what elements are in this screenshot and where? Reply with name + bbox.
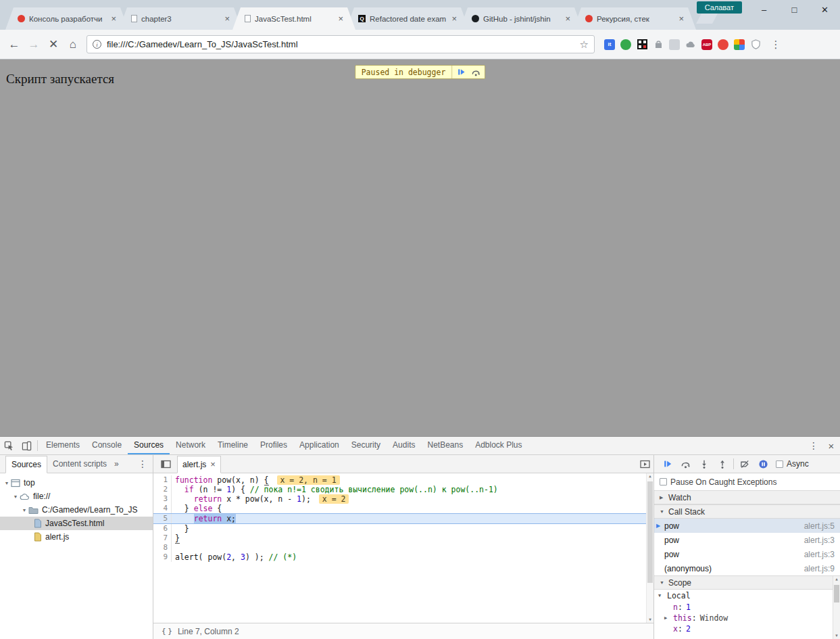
devtools-menu-icon[interactable]: ⋮ (805, 437, 822, 454)
scope-variable-this[interactable]: ▶ this:Window (654, 613, 840, 623)
line-number[interactable]: 9 (153, 552, 172, 562)
step-over-button[interactable] (676, 455, 695, 473)
home-button[interactable]: ⌂ (64, 38, 82, 51)
navigator-menu-icon[interactable]: ⋮ (138, 458, 147, 469)
browser-menu-icon[interactable]: ⋮ (769, 39, 783, 51)
url-text[interactable]: file:///C:/Gamedev/Learn_To_JS/JavaScTes… (107, 39, 576, 49)
tree-item-file-protocol[interactable]: ▼ file:// (0, 490, 153, 503)
browser-tab[interactable]: chapter3 × (119, 7, 242, 30)
colorful-extension-icon[interactable] (734, 39, 745, 50)
forward-button[interactable]: → (25, 38, 43, 51)
browser-tab[interactable]: Рекурсия, стек × (573, 7, 696, 30)
checkbox-icon[interactable] (660, 478, 667, 486)
adblock-plus-icon[interactable]: ABP (701, 39, 712, 50)
tab-elements[interactable]: Elements (40, 437, 86, 454)
line-number[interactable]: 8 (153, 543, 172, 552)
tab-close-icon[interactable]: × (111, 14, 116, 23)
code-editor[interactable]: 1 function pow(x, n) {x = 2, n = 1 2 if … (153, 473, 653, 623)
tab-console[interactable]: Console (86, 437, 128, 454)
pretty-print-icon[interactable]: { } (162, 627, 171, 636)
pause-on-exceptions-button[interactable] (754, 455, 772, 473)
green-extension-icon[interactable] (620, 39, 631, 50)
deactivate-breakpoints-button[interactable] (736, 455, 754, 473)
scrollbar-thumb[interactable] (834, 585, 839, 602)
line-number[interactable]: 6 (153, 524, 172, 534)
stop-button[interactable]: ✕ (45, 37, 62, 51)
device-toolbar-icon[interactable] (18, 437, 35, 454)
tree-item-js-file[interactable]: alert.js (0, 530, 153, 544)
editor-file-tab[interactable]: alert.js × (177, 456, 221, 473)
it-extension-icon[interactable]: it (604, 39, 615, 50)
pause-on-caught-checkbox[interactable]: Pause On Caught Exceptions (654, 473, 840, 490)
tab-security[interactable]: Security (345, 437, 387, 454)
step-over-button[interactable] (468, 66, 483, 78)
new-tab-button[interactable] (696, 14, 718, 24)
address-bar[interactable]: i file:///C:/Gamedev/Learn_To_JS/JavaScT… (87, 35, 595, 53)
line-number[interactable]: 5 (153, 514, 172, 523)
frame-location[interactable]: alert.js:3 (804, 550, 835, 559)
page-info-icon[interactable]: i (93, 40, 101, 49)
bag-extension-icon[interactable] (653, 39, 664, 50)
tab-close-icon[interactable]: × (451, 14, 457, 23)
scope-local-group[interactable]: ▼ Local (654, 590, 840, 602)
close-window-button[interactable]: ✕ (810, 0, 840, 19)
frame-location[interactable]: alert.js:9 (804, 564, 835, 573)
tab-close-icon[interactable]: × (678, 14, 684, 23)
call-stack-frame[interactable]: pow alert.js:3 (654, 533, 840, 547)
inspect-element-icon[interactable] (0, 437, 18, 454)
step-out-button[interactable] (713, 455, 731, 473)
line-number[interactable]: 4 (153, 504, 172, 513)
navigator-tab-sources[interactable]: Sources (5, 456, 47, 473)
minimize-button[interactable]: – (749, 0, 779, 19)
editor-scrollbar[interactable]: ▼ ▼ (646, 473, 653, 623)
tree-item-top[interactable]: ▼ top (0, 476, 153, 490)
tab-audits[interactable]: Audits (387, 437, 421, 454)
frame-location[interactable]: alert.js:5 (804, 521, 835, 531)
line-number[interactable]: 1 (153, 475, 172, 485)
qr-extension-icon[interactable] (637, 39, 647, 50)
browser-tab[interactable]: Q Refactored date exam × (346, 7, 469, 30)
resume-script-button[interactable] (658, 455, 676, 473)
tab-close-icon[interactable]: × (565, 14, 570, 23)
sidebar-toggle-icon[interactable] (636, 455, 653, 473)
cloud-extension-icon[interactable] (685, 39, 696, 50)
browser-tab[interactable]: Консоль разработчи × (5, 7, 128, 30)
devtools-close-icon[interactable]: × (822, 437, 840, 454)
tab-netbeans[interactable]: NetBeans (421, 437, 469, 454)
bookmark-star-icon[interactable]: ☆ (580, 39, 589, 51)
watch-section-header[interactable]: ▶ Watch (654, 490, 840, 504)
line-number[interactable]: 2 (153, 485, 172, 494)
shield-extension-icon[interactable] (750, 39, 761, 50)
resume-script-button[interactable] (454, 66, 468, 78)
browser-tab-active[interactable]: JavaScTest.html × (232, 7, 355, 30)
frame-location[interactable]: alert.js:3 (804, 536, 835, 545)
call-stack-frame[interactable]: (anonymous) alert.js:9 (654, 561, 840, 575)
profile-name-chip[interactable]: Салават (697, 1, 742, 14)
scroll-down-icon[interactable]: ▼ (833, 632, 840, 639)
line-number[interactable]: 7 (153, 534, 172, 543)
navigator-overflow-icon[interactable]: » (114, 459, 119, 469)
red-extension-icon[interactable] (718, 39, 728, 50)
scrollbar-thumb[interactable] (647, 481, 653, 583)
navigator-toggle-icon[interactable] (157, 455, 174, 473)
step-into-button[interactable] (695, 455, 713, 473)
async-checkbox[interactable]: Async (776, 459, 809, 469)
tab-application[interactable]: Application (293, 437, 345, 454)
tab-network[interactable]: Network (170, 437, 212, 454)
scroll-down-icon[interactable]: ▼ (647, 615, 653, 623)
scroll-up-icon[interactable]: ▼ (647, 473, 653, 481)
call-stack-section-header[interactable]: ▼ Call Stack (654, 504, 840, 519)
call-stack-frame[interactable]: ▶ pow alert.js:5 (654, 519, 840, 533)
scope-section-header[interactable]: ▼ Scope (654, 575, 840, 590)
tab-timeline[interactable]: Timeline (212, 437, 254, 454)
tab-close-icon[interactable]: × (210, 460, 216, 469)
line-number[interactable]: 3 (153, 494, 172, 504)
navigator-tab-content-scripts[interactable]: Content scripts (47, 456, 112, 472)
tab-close-icon[interactable]: × (224, 14, 230, 23)
back-button[interactable]: ← (5, 38, 23, 51)
tab-profiles[interactable]: Profiles (254, 437, 293, 454)
tab-sources[interactable]: Sources (128, 437, 170, 454)
checkbox-icon[interactable] (776, 460, 783, 468)
tab-adblock-plus[interactable]: Adblock Plus (469, 437, 528, 454)
tree-item-html-file[interactable]: JavaScTest.html (0, 517, 153, 530)
